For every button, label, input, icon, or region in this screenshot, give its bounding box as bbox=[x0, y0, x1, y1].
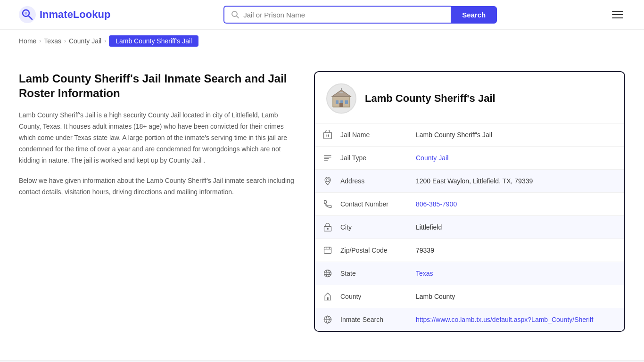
search-input[interactable] bbox=[243, 11, 444, 19]
svg-point-29 bbox=[326, 270, 330, 277]
card-title: Lamb County Sheriff's Jail bbox=[365, 92, 495, 105]
jail-avatar bbox=[326, 83, 356, 114]
phone-icon bbox=[315, 193, 340, 215]
main-content: Lamb County Sheriff's Jail Inmate Search… bbox=[0, 52, 644, 360]
info-value: Littlefield bbox=[416, 217, 624, 238]
left-column: Lamb County Sheriff's Jail Inmate Search… bbox=[19, 71, 295, 198]
info-link[interactable]: Texas bbox=[416, 270, 433, 277]
search-icon bbox=[231, 10, 239, 19]
breadcrumb-chevron: › bbox=[104, 38, 106, 44]
svg-point-3 bbox=[25, 12, 27, 15]
info-value: 79339 bbox=[416, 240, 624, 261]
svg-point-21 bbox=[326, 179, 330, 182]
info-row: StateTexas bbox=[315, 262, 624, 285]
breadcrumb-chevron: › bbox=[39, 38, 41, 44]
info-value[interactable]: Texas bbox=[416, 263, 624, 284]
svg-rect-32 bbox=[327, 297, 328, 300]
page-description-2: Below we have given information about th… bbox=[19, 175, 295, 198]
svg-rect-15 bbox=[327, 134, 328, 137]
info-row: Zip/Postal Code79339 bbox=[315, 239, 624, 262]
logo-text: InmateLookup bbox=[40, 8, 110, 21]
info-row: Jail TypeCounty Jail bbox=[315, 147, 624, 170]
breadcrumb-chevron: › bbox=[64, 38, 66, 44]
svg-rect-8 bbox=[336, 100, 339, 104]
jail-icon bbox=[315, 123, 340, 146]
building-icon bbox=[330, 87, 353, 110]
hamburger-line bbox=[612, 11, 623, 12]
info-value[interactable]: County Jail bbox=[416, 148, 624, 168]
card-header: Lamb County Sheriff's Jail bbox=[315, 72, 624, 123]
info-link[interactable]: County Jail bbox=[416, 154, 448, 162]
city-icon bbox=[315, 216, 340, 239]
svg-rect-11 bbox=[339, 103, 343, 107]
hamburger-button[interactable] bbox=[610, 9, 625, 20]
info-label: Jail Type bbox=[340, 148, 416, 168]
footer bbox=[0, 360, 644, 362]
svg-rect-23 bbox=[327, 228, 328, 230]
site-header: InmateLookup Search bbox=[0, 0, 644, 30]
page-title: Lamb County Sheriff's Jail Inmate Search… bbox=[19, 71, 295, 100]
svg-point-28 bbox=[324, 270, 331, 277]
hamburger-line bbox=[612, 14, 623, 15]
info-label: Address bbox=[340, 171, 416, 191]
info-row: Inmate Searchhttps://www.co.lamb.tx.us/d… bbox=[315, 308, 624, 331]
info-link[interactable]: 806-385-7900 bbox=[416, 200, 457, 208]
info-row: CountyLamb County bbox=[315, 285, 624, 308]
info-link[interactable]: https://www.co.lamb.tx.us/default.aspx?L… bbox=[416, 316, 593, 323]
hamburger-line bbox=[612, 17, 623, 18]
info-label: Contact Number bbox=[340, 194, 416, 214]
info-value[interactable]: 806-385-7900 bbox=[416, 194, 624, 214]
info-label: City bbox=[340, 217, 416, 238]
breadcrumb-current: Lamb County Sheriff's Jail bbox=[109, 35, 198, 47]
county-icon bbox=[315, 285, 340, 308]
address-icon bbox=[315, 170, 340, 192]
breadcrumb-home[interactable]: Home bbox=[19, 37, 36, 45]
svg-rect-24 bbox=[324, 247, 331, 253]
page-description-1: Lamb County Sheriff's Jail is a high sec… bbox=[19, 110, 295, 166]
svg-point-0 bbox=[19, 6, 36, 23]
info-label: Inmate Search bbox=[340, 309, 416, 330]
info-rows: Jail NameLamb County Sheriff's JailJail … bbox=[315, 123, 624, 331]
search-button[interactable]: Search bbox=[451, 6, 497, 24]
info-label: Zip/Postal Code bbox=[340, 240, 416, 261]
logo-icon bbox=[19, 6, 36, 23]
info-label: Jail Name bbox=[340, 124, 416, 145]
search-input-wrapper bbox=[223, 6, 451, 24]
svg-line-5 bbox=[237, 16, 239, 18]
info-value: 1200 East Waylon, Littlefield, TX, 79339 bbox=[416, 171, 624, 191]
info-value: Lamb County bbox=[416, 286, 624, 307]
breadcrumb-category[interactable]: County Jail bbox=[69, 37, 101, 45]
info-row: Jail NameLamb County Sheriff's Jail bbox=[315, 123, 624, 147]
web-icon bbox=[315, 308, 340, 331]
info-value: Lamb County Sheriff's Jail bbox=[416, 124, 624, 145]
info-value[interactable]: https://www.co.lamb.tx.us/default.aspx?L… bbox=[416, 309, 624, 330]
svg-rect-10 bbox=[345, 100, 348, 104]
info-label: State bbox=[340, 263, 416, 284]
info-card: Lamb County Sheriff's Jail Jail NameLamb… bbox=[314, 71, 625, 332]
breadcrumb-state[interactable]: Texas bbox=[44, 37, 61, 45]
zip-icon bbox=[315, 239, 340, 262]
info-row: Address1200 East Waylon, Littlefield, TX… bbox=[315, 170, 624, 193]
type-icon bbox=[315, 147, 340, 169]
breadcrumb: Home › Texas › County Jail › Lamb County… bbox=[0, 30, 644, 52]
info-label: County bbox=[340, 286, 416, 307]
logo-link[interactable]: InmateLookup bbox=[19, 6, 110, 23]
search-bar: Search bbox=[223, 6, 497, 24]
svg-rect-14 bbox=[324, 132, 332, 139]
state-icon bbox=[315, 262, 340, 285]
svg-rect-13 bbox=[339, 92, 343, 93]
svg-rect-16 bbox=[328, 134, 329, 137]
info-row: Contact Number806-385-7900 bbox=[315, 193, 624, 216]
info-row: CityLittlefield bbox=[315, 216, 624, 239]
